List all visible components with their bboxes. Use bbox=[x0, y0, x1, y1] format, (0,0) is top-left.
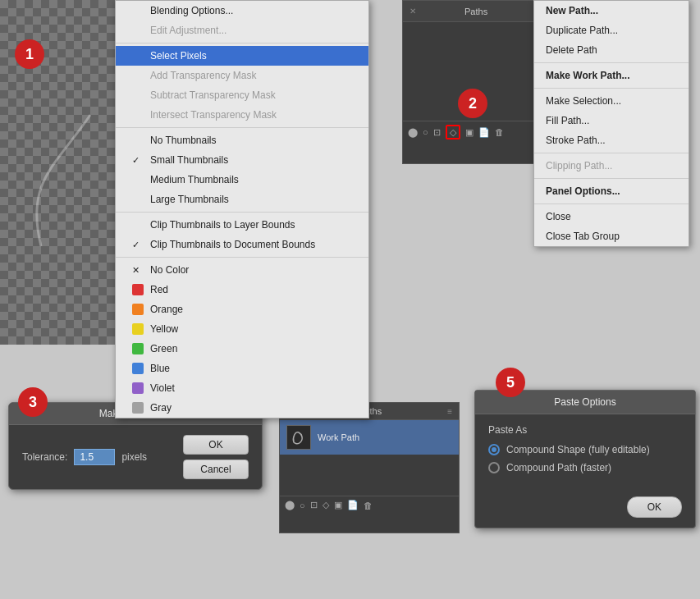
badge-1: 1 bbox=[15, 39, 44, 69]
ctx-violet[interactable]: Violet bbox=[116, 378, 368, 398]
ctx-clip-layer[interactable]: Clip Thumbnails to Layer Bounds bbox=[116, 215, 368, 235]
pt-work-icon[interactable]: ◇ bbox=[323, 500, 329, 510]
violet-color-dot bbox=[132, 382, 144, 394]
paste-dialog: Paste Options Paste As Compound Shape (f… bbox=[474, 390, 696, 528]
stroke-path-icon[interactable]: ○ bbox=[423, 127, 428, 137]
work-path-thumb bbox=[286, 425, 311, 450]
work-path-row[interactable]: Work Path bbox=[280, 420, 459, 455]
paths-panel2-main: ✕ Paths ≡ Work Path ⬤ ○ ⊡ ◇ ▣ 📄 🗑 bbox=[279, 402, 460, 533]
ctx-green[interactable]: Green bbox=[116, 339, 368, 359]
paths-empty-area bbox=[280, 455, 459, 496]
ok-button[interactable]: OK bbox=[183, 435, 249, 455]
new-path-icon[interactable]: 📄 bbox=[478, 127, 490, 138]
paths-toolbar2: ⬤ ○ ⊡ ◇ ▣ 📄 🗑 bbox=[280, 496, 459, 514]
make-work-path-icon[interactable]: ◇ bbox=[446, 125, 460, 139]
ctx-subtract-transparency: Subtract Transparency Mask bbox=[116, 85, 368, 105]
ctx-sep-4 bbox=[116, 257, 368, 258]
paths-close-x[interactable]: ✕ bbox=[409, 7, 416, 16]
ctx-gray[interactable]: Gray bbox=[116, 398, 368, 418]
menu-new-path[interactable]: New Path... bbox=[534, 1, 689, 21]
paste-btn-row: OK bbox=[475, 490, 695, 528]
compound-shape-label: Compound Shape (fully editable) bbox=[506, 444, 650, 455]
paste-ok-button[interactable]: OK bbox=[627, 496, 682, 518]
menu-stroke-path[interactable]: Stroke Path... bbox=[534, 130, 689, 150]
p2-menu-btn[interactable]: ≡ bbox=[447, 407, 452, 416]
ctx-add-transparency: Add Transparency Mask bbox=[116, 66, 368, 85]
menu-close[interactable]: Close bbox=[534, 207, 689, 226]
ctx-sep-2 bbox=[116, 127, 368, 128]
pt-fill-icon[interactable]: ⬤ bbox=[285, 500, 295, 510]
tolerance-row: Tolerance: pixels bbox=[22, 449, 147, 465]
dialog-body: Tolerance: pixels OK Cancel bbox=[9, 425, 262, 489]
context-menu: Blending Options... Edit Adjustment... S… bbox=[115, 0, 369, 418]
ctx-orange[interactable]: Orange bbox=[116, 300, 368, 319]
menu-panel-options[interactable]: Panel Options... bbox=[534, 181, 689, 201]
fill-path-icon[interactable]: ⬤ bbox=[408, 127, 418, 138]
ctx-blue[interactable]: Blue bbox=[116, 359, 368, 378]
panel1-layers: 🔍 ✕ Kind ⬡ 🅰 ⊞ ⚡ fx 📷 Normal Opacity: 10… bbox=[0, 0, 377, 369]
compound-path-label: Compound Path (faster) bbox=[506, 462, 611, 473]
tolerance-label: Tolerance: bbox=[22, 451, 67, 463]
ctx-edit-adjustment: Edit Adjustment... bbox=[116, 21, 368, 40]
ctx-red[interactable]: Red bbox=[116, 280, 368, 300]
menu-clipping-path: Clipping Path... bbox=[534, 156, 689, 176]
paths-title: Paths bbox=[416, 7, 536, 16]
paths-menu-sep-4 bbox=[534, 178, 689, 179]
red-color-dot bbox=[132, 284, 144, 295]
yellow-color-dot bbox=[132, 323, 144, 335]
pt-delete-icon[interactable]: 🗑 bbox=[364, 501, 373, 510]
panel4-paths-work: ✕ Paths ≡ Work Path ⬤ ○ ⊡ ◇ ▣ 📄 🗑 bbox=[279, 402, 460, 533]
ctx-blending-options[interactable]: Blending Options... bbox=[116, 1, 368, 21]
menu-delete-path[interactable]: Delete Path bbox=[534, 40, 689, 60]
panel5-paste-options: Paste Options Paste As Compound Shape (f… bbox=[474, 390, 696, 566]
pt-stroke-icon[interactable]: ○ bbox=[300, 501, 305, 510]
ctx-no-thumbnails[interactable]: No Thumbnails bbox=[116, 130, 368, 150]
gray-color-dot bbox=[132, 402, 144, 414]
compound-path-radio[interactable] bbox=[488, 462, 500, 473]
menu-make-work-path[interactable]: Make Work Path... bbox=[534, 66, 689, 85]
tolerance-input[interactable] bbox=[74, 449, 115, 465]
badge-5: 5 bbox=[496, 368, 525, 397]
ctx-intersect-transparency: Intersect Transparency Mask bbox=[116, 105, 368, 125]
cancel-button[interactable]: Cancel bbox=[183, 460, 249, 479]
menu-close-tab-group[interactable]: Close Tab Group bbox=[534, 226, 689, 246]
ctx-sep-3 bbox=[116, 212, 368, 213]
menu-duplicate-path[interactable]: Duplicate Path... bbox=[534, 21, 689, 40]
blue-color-dot bbox=[132, 363, 144, 374]
delete-path-icon[interactable]: 🗑 bbox=[495, 127, 504, 137]
add-mask-path-icon[interactable]: ▣ bbox=[465, 127, 474, 138]
ctx-sep-1 bbox=[116, 43, 368, 43]
badge-2: 2 bbox=[458, 89, 487, 118]
ctx-select-pixels[interactable]: Select Pixels bbox=[116, 46, 368, 66]
green-color-dot bbox=[132, 343, 144, 354]
compound-shape-radio[interactable] bbox=[488, 444, 500, 455]
menu-make-selection[interactable]: Make Selection... bbox=[534, 91, 689, 111]
pixels-label: pixels bbox=[121, 451, 147, 463]
ctx-clip-document[interactable]: ✓ Clip Thumbnails to Document Bounds bbox=[116, 235, 368, 254]
paths-menu-sep-5 bbox=[534, 203, 689, 204]
pt-load-icon[interactable]: ⊡ bbox=[310, 500, 318, 510]
paths-dropdown-menu: New Path... Duplicate Path... Delete Pat… bbox=[533, 0, 689, 247]
paths-menu-sep-2 bbox=[534, 88, 689, 89]
paste-body: Paste As Compound Shape (fully editable)… bbox=[475, 414, 695, 490]
pt-mask-icon[interactable]: ▣ bbox=[334, 500, 342, 510]
orange-color-dot bbox=[132, 304, 144, 315]
compound-shape-option[interactable]: Compound Shape (fully editable) bbox=[488, 444, 682, 455]
paths-menu-sep-1 bbox=[534, 62, 689, 63]
paths-menu-sep-3 bbox=[534, 153, 689, 153]
dialog-buttons: OK Cancel bbox=[183, 435, 249, 479]
badge-3: 3 bbox=[18, 387, 48, 417]
panel2-paths: ✕ Paths ≫ ≡ ⬤ ○ ⊡ ◇ ▣ 📄 🗑 New Path... Du… bbox=[402, 0, 698, 287]
compound-path-option[interactable]: Compound Path (faster) bbox=[488, 462, 682, 473]
menu-fill-path[interactable]: Fill Path... bbox=[534, 111, 689, 130]
paste-as-label: Paste As bbox=[488, 424, 682, 436]
load-path-icon[interactable]: ⊡ bbox=[433, 127, 441, 138]
pt-new-icon[interactable]: 📄 bbox=[347, 500, 359, 510]
work-path-label: Work Path bbox=[318, 432, 359, 442]
ctx-large-thumbnails[interactable]: Large Thumbnails bbox=[116, 190, 368, 209]
ctx-no-color[interactable]: ✕ No Color bbox=[116, 260, 368, 280]
ctx-medium-thumbnails[interactable]: Medium Thumbnails bbox=[116, 170, 368, 190]
ctx-yellow[interactable]: Yellow bbox=[116, 319, 368, 339]
ctx-small-thumbnails[interactable]: ✓ Small Thumbnails bbox=[116, 150, 368, 170]
